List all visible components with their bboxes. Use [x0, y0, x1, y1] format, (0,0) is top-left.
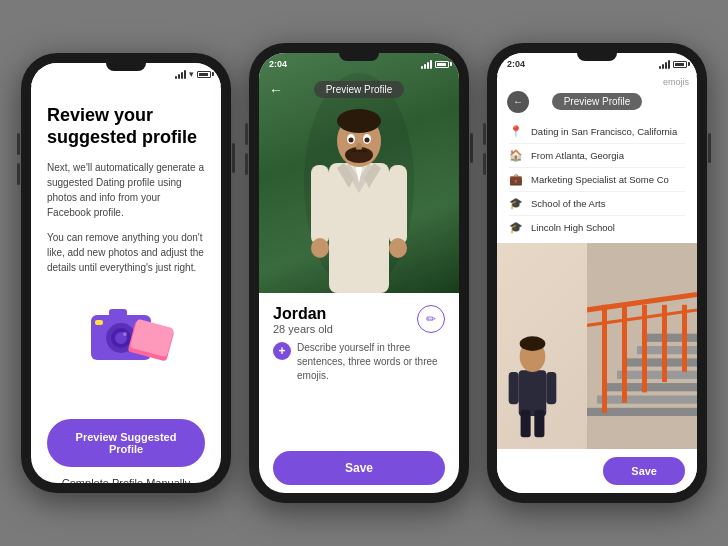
profile-name: Jordan — [273, 305, 333, 323]
save-button-3[interactable]: Save — [603, 457, 685, 485]
volume-button-2 — [245, 153, 248, 175]
notch — [339, 53, 379, 61]
volume-button-2 — [483, 153, 486, 175]
phone-1: ▾ Review your suggested profile Next, we… — [21, 53, 231, 493]
info-item-work: 💼 Marketing Specialist at Some Co — [509, 168, 685, 192]
profile-photo: 2:04 — [259, 53, 459, 293]
back-button-3[interactable]: ← — [507, 91, 529, 113]
person-2-svg — [505, 329, 560, 439]
svg-rect-30 — [607, 383, 697, 391]
status-time-3: 2:04 — [507, 59, 525, 69]
battery-icon-3 — [673, 61, 687, 68]
svg-rect-5 — [109, 309, 127, 317]
svg-rect-46 — [546, 372, 556, 404]
signal-icon-2 — [421, 60, 432, 69]
edit-button[interactable]: ✏ — [417, 305, 445, 333]
phone-2: 2:04 — [249, 43, 469, 503]
profile-photo-2 — [497, 243, 697, 449]
camera-illustration — [81, 295, 171, 365]
work-icon: 💼 — [509, 173, 523, 186]
preview-profile-button[interactable]: Preview Suggested Profile — [47, 419, 205, 467]
page-title: Review your suggested profile — [47, 105, 205, 148]
signal-icon-3 — [659, 60, 670, 69]
svg-point-4 — [123, 332, 127, 336]
svg-rect-39 — [682, 305, 687, 372]
info-text-school2: Lincoln High School — [531, 222, 615, 233]
svg-rect-24 — [389, 165, 407, 245]
svg-rect-31 — [617, 371, 697, 379]
svg-rect-23 — [311, 165, 329, 245]
svg-point-25 — [311, 238, 329, 258]
notch — [577, 53, 617, 61]
svg-rect-45 — [509, 372, 519, 404]
add-bio-button[interactable]: + — [273, 342, 291, 360]
profile-info: Jordan 28 years old ✏ + Describe yoursel… — [259, 293, 459, 493]
status-time: 2:04 — [269, 59, 287, 69]
battery-icon-2 — [435, 61, 449, 68]
svg-point-21 — [365, 138, 370, 143]
bottom-save-row: Save — [497, 449, 697, 493]
volume-button-1 — [483, 123, 486, 145]
home-icon: 🏠 — [509, 149, 523, 162]
svg-rect-44 — [534, 410, 544, 438]
info-text-location: Dating in San Francisco, California — [531, 126, 677, 137]
bio-placeholder: Describe yourself in three sentences, th… — [297, 341, 445, 383]
info-item-school1: 🎓 School of the Arts — [509, 192, 685, 216]
screen-1: Review your suggested profile Next, we'l… — [31, 85, 221, 483]
emojis-label: emojis — [497, 75, 697, 87]
info-list: 📍 Dating in San Francisco, California 🏠 … — [497, 116, 697, 243]
info-text-hometown: From Atlanta, Georgia — [531, 150, 624, 161]
svg-rect-43 — [521, 410, 531, 438]
volume-button-1 — [17, 133, 20, 155]
profile-name-row: Jordan 28 years old ✏ — [273, 305, 445, 335]
school-icon-2: 🎓 — [509, 221, 523, 234]
staircase-svg — [587, 243, 697, 449]
power-button — [232, 143, 235, 173]
svg-rect-34 — [647, 334, 697, 342]
app-header-3: ← Preview Profile — [497, 87, 697, 116]
bio-row: + Describe yourself in three sentences, … — [273, 341, 445, 383]
info-text-school1: School of the Arts — [531, 198, 605, 209]
info-text-work: Marketing Specialist at Some Co — [531, 174, 669, 185]
svg-rect-38 — [662, 305, 667, 382]
info-item-location: 📍 Dating in San Francisco, California — [509, 120, 685, 144]
svg-rect-42 — [519, 370, 547, 416]
school-icon-1: 🎓 — [509, 197, 523, 210]
screen-3: 2:04 emojis ← Preview — [497, 53, 697, 493]
back-button-2[interactable]: ← — [269, 82, 283, 98]
svg-point-26 — [389, 238, 407, 258]
paragraph-2: You can remove anything you don't like, … — [47, 230, 205, 275]
svg-point-16 — [337, 109, 381, 133]
wifi-icon: ▾ — [189, 69, 194, 79]
volume-button-1 — [245, 123, 248, 145]
notch — [106, 63, 146, 71]
complete-manually-button[interactable]: Complete Profile Manually — [47, 477, 205, 483]
profile-age: 28 years old — [273, 323, 333, 335]
person-photo — [299, 73, 419, 293]
battery-icon — [197, 71, 211, 78]
svg-rect-29 — [597, 395, 697, 403]
svg-point-20 — [349, 138, 354, 143]
phone-3: 2:04 emojis ← Preview — [487, 43, 707, 503]
power-button — [708, 133, 711, 163]
info-item-hometown: 🏠 From Atlanta, Georgia — [509, 144, 685, 168]
volume-button-2 — [17, 163, 20, 185]
svg-point-48 — [520, 336, 546, 351]
svg-rect-35 — [602, 305, 607, 413]
svg-rect-6 — [95, 320, 103, 325]
preview-profile-label: Preview Profile — [314, 81, 405, 98]
power-button — [470, 133, 473, 163]
preview-profile-label-3: Preview Profile — [552, 93, 643, 110]
location-icon: 📍 — [509, 125, 523, 138]
info-item-school2: 🎓 Lincoln High School — [509, 216, 685, 239]
screen-2: 2:04 — [259, 53, 459, 493]
app-header-2: ← Preview Profile — [259, 75, 459, 104]
save-button-2[interactable]: Save — [273, 451, 445, 485]
camera-svg — [81, 295, 181, 375]
signal-icon — [175, 70, 186, 79]
paragraph-1: Next, we'll automatically generate a sug… — [47, 160, 205, 220]
